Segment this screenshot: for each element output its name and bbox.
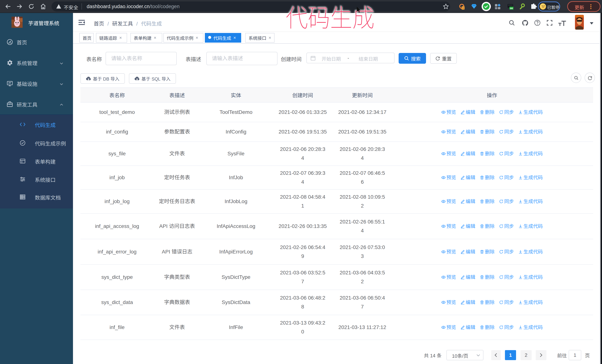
- svg-text:on: on: [510, 7, 513, 10]
- svg-text:1: 1: [462, 7, 464, 10]
